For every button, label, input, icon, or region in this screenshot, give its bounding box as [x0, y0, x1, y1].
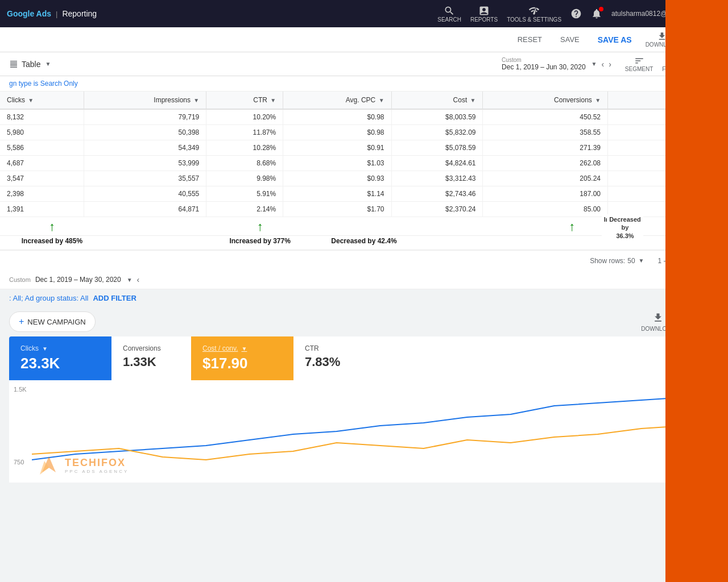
cell-1-2: 11.87%	[206, 125, 283, 140]
table-row: 2,39840,5555.91%$1.14$2,743.46187.00$14.…	[0, 186, 728, 202]
cell-1-4: $5,832.09	[391, 125, 483, 140]
bottom-date-label: Custom	[9, 276, 31, 283]
bottom-date-value: Dec 1, 2019 – May 30, 2020	[35, 276, 121, 284]
cell-4-5: 205.24	[483, 171, 608, 186]
cell-0-0: 8,132	[0, 109, 84, 125]
col-ctr[interactable]: CTR ▼	[206, 92, 283, 109]
filter-text: gn type is Search Only	[9, 80, 78, 88]
cell-3-4: $4,824.61	[391, 156, 483, 171]
cell-4-3: $0.93	[283, 171, 391, 186]
bottom-date-prev[interactable]: ‹	[137, 275, 140, 284]
ctr-metric-card[interactable]: CTR 7.83% ⋮	[293, 336, 719, 380]
clicks-trend-arrow: ↑	[0, 219, 104, 234]
cost-conv-metric-card[interactable]: Cost / conv. ▼ $17.90	[191, 336, 293, 380]
col-impressions[interactable]: Impressions ▼	[84, 92, 206, 109]
segment-button[interactable]: SEGMENT	[625, 56, 653, 72]
date-dropdown-icon[interactable]: ▼	[592, 61, 597, 67]
logo-main-text: TECHIFOX	[65, 457, 129, 469]
table-row: 5,58654,34910.28%$0.91$5,078.59271.39$18…	[0, 140, 728, 156]
cell-0-2: 10.20%	[206, 109, 283, 125]
ctr-trend-arrow: ↑	[208, 219, 312, 234]
date-range-value: Dec 1, 2019 – Jun 30, 2020	[502, 63, 585, 71]
cell-6-5: 85.00	[483, 202, 608, 217]
cell-5-4: $2,743.46	[391, 186, 483, 202]
cell-2-0: 5,586	[0, 140, 84, 156]
cell-2-4: $5,078.59	[391, 140, 483, 156]
cell-2-2: 10.28%	[206, 140, 283, 156]
cell-6-2: 2.14%	[206, 202, 283, 217]
col-avg-cpc[interactable]: Avg. CPC ▼	[283, 92, 391, 109]
cell-6-3: $1.70	[283, 202, 391, 217]
brand-name: Google Ads	[7, 9, 51, 18]
bottom-section: Custom Dec 1, 2019 – May 30, 2020 ▼ ‹ : …	[0, 271, 728, 483]
metrics-container: Clicks ▼ 23.3K Conversions 1.33K Cost / …	[0, 336, 728, 380]
reports-nav-item[interactable]: REPORTS	[470, 5, 498, 23]
plus-icon: +	[19, 317, 24, 327]
table-view-button[interactable]: Table ▼	[9, 60, 51, 69]
clicks-metric-card[interactable]: Clicks ▼ 23.3K	[9, 336, 111, 380]
date-range-label: Custom	[502, 57, 585, 63]
cell-5-0: 2,398	[0, 186, 84, 202]
cell-4-0: 3,547	[0, 171, 84, 186]
annotations-row: Increased by 485% Increased by 377% Decr…	[0, 236, 728, 250]
cell-4-1: 35,557	[84, 171, 206, 186]
notification-dot	[599, 7, 603, 11]
data-table: Clicks ▼ Impressions ▼ CTR ▼ Avg. CPC ▼ …	[0, 92, 728, 217]
date-range-selector[interactable]: Custom Dec 1, 2019 – Jun 30, 2020 ▼ ‹ ›	[502, 57, 611, 71]
table-row: 5,98050,39811.87%$0.98$5,832.09358.55$16…	[0, 125, 728, 140]
clicks-metric-value: 23.3K	[20, 355, 100, 372]
table-label: Table	[22, 60, 40, 69]
ctr-metric-label: CTR	[305, 344, 340, 352]
pagination-row: Show rows: 50 ▼ 1 - 7 of 7 |◀ ◀	[0, 250, 728, 271]
cell-0-3: $0.98	[283, 109, 391, 125]
cell-0-5: 450.52	[483, 109, 608, 125]
conversions-metric-card[interactable]: Conversions 1.33K	[111, 336, 191, 380]
reset-button[interactable]: RESET	[513, 33, 547, 46]
cell-3-2: 8.68%	[206, 156, 283, 171]
save-button[interactable]: SAVE	[556, 33, 584, 46]
conversions-metric-label: Conversions	[123, 344, 180, 352]
cost-conv-metric-label: Cost / conv. ▼	[202, 344, 282, 352]
show-rows-dropdown[interactable]: ▼	[639, 257, 644, 264]
cell-5-3: $1.14	[283, 186, 391, 202]
cell-4-2: 9.98%	[206, 171, 283, 186]
tools-label: TOOLS & SETTINGS	[507, 16, 561, 23]
cell-6-0: 1,391	[0, 202, 84, 217]
col-cost[interactable]: Cost ▼	[391, 92, 483, 109]
notification-bell[interactable]	[591, 8, 602, 19]
bottom-date-dropdown[interactable]: ▼	[127, 277, 133, 283]
cell-3-5: 262.08	[483, 156, 608, 171]
top-nav: Google Ads | Reporting SEARCH REPORTS TO…	[0, 0, 728, 27]
col-conversions[interactable]: Conversions ▼	[483, 92, 608, 109]
filter-chip-status: : All; Ad group status: All	[9, 294, 88, 302]
search-nav-item[interactable]: SEARCH	[437, 5, 461, 23]
bottom-date-bar: Custom Dec 1, 2019 – May 30, 2020 ▼ ‹	[0, 271, 728, 289]
date-next-button[interactable]: ›	[609, 60, 611, 69]
cost-conv-metric-value: $17.90	[202, 355, 282, 372]
help-icon[interactable]	[570, 8, 582, 19]
new-campaign-button[interactable]: + NEW CAMPAIGN	[9, 311, 96, 332]
y-left-top: 1.5K	[14, 386, 27, 393]
cell-0-4: $8,003.59	[391, 109, 483, 125]
filter-row-2: : All; Ad group status: All ADD FILTER	[0, 289, 728, 307]
table-row: 8,13279,71910.20%$0.98$8,003.59450.52$17…	[0, 109, 728, 125]
cell-2-5: 271.39	[483, 140, 608, 156]
col-clicks[interactable]: Clicks ▼	[0, 92, 84, 109]
cell-2-1: 54,349	[84, 140, 206, 156]
show-rows-value: 50	[627, 257, 635, 265]
reports-label: REPORTS	[470, 16, 498, 23]
date-prev-button[interactable]: ‹	[601, 60, 604, 69]
add-filter-button[interactable]: ADD FILTER	[93, 294, 136, 302]
cell-1-3: $0.98	[283, 125, 391, 140]
show-rows-control[interactable]: Show rows: 50 ▼	[590, 257, 644, 265]
view-row: Table ▼ Custom Dec 1, 2019 – Jun 30, 202…	[0, 52, 728, 76]
show-rows-label: Show rows:	[590, 257, 625, 265]
ctr-metric-value: 7.83%	[305, 355, 340, 369]
y-left-mid: 750	[14, 459, 24, 465]
tools-nav-item[interactable]: TOOLS & SETTINGS	[507, 5, 561, 23]
save-as-button[interactable]: SAVE AS	[593, 33, 636, 47]
clicks-metric-label: Clicks ▼	[20, 344, 100, 352]
table-row: 3,54735,5579.98%$0.93$3,312.43205.24$16.…	[0, 171, 728, 186]
filter-bar: gn type is Search Only 🗑	[0, 76, 728, 92]
page-title-nav: Reporting	[62, 9, 97, 18]
